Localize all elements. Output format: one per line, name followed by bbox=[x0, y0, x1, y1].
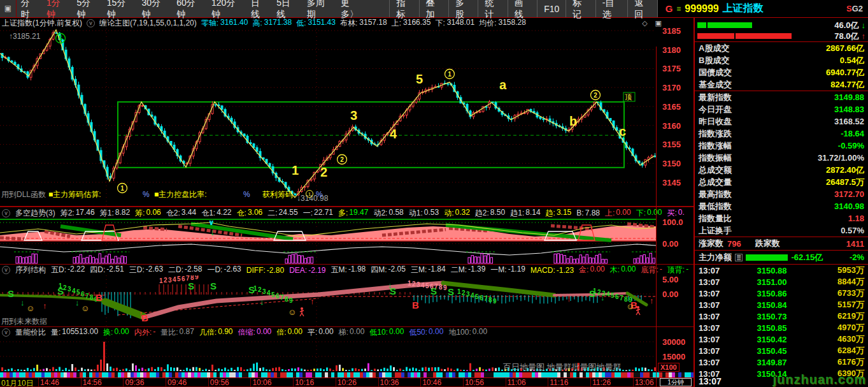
toolbar-item[interactable]: 标记 bbox=[566, 0, 595, 17]
row-label: 最低指数 bbox=[699, 201, 732, 212]
panel3-chart[interactable]: 1234567891234567891234567891234567891234… bbox=[0, 275, 656, 326]
panel-field: 动2:0.58 bbox=[373, 208, 403, 219]
watermark: junzhuan.com bbox=[773, 372, 866, 387]
time-axis-label: 11:16 bbox=[548, 378, 590, 386]
panel-field: 三D:-2.63 bbox=[129, 265, 163, 275]
period-tab[interactable]: 更多〉 bbox=[336, 0, 370, 20]
tick-volume: 5953万 bbox=[808, 265, 864, 276]
period-box[interactable]: 1分钟 bbox=[660, 378, 692, 386]
toolbar-item[interactable]: F10 bbox=[537, 0, 566, 17]
net-label: 主力净额 bbox=[699, 252, 732, 263]
field-value: 3.44 bbox=[181, 208, 196, 219]
svg-text:2: 2 bbox=[258, 286, 262, 293]
tick-volume: 6176万 bbox=[808, 356, 864, 368]
field-value: -1.84 bbox=[428, 265, 445, 275]
toolbar-item[interactable]: 返回 bbox=[627, 0, 657, 17]
tick-time: 13:07 bbox=[699, 323, 736, 333]
svg-text:S: S bbox=[589, 288, 595, 299]
panel4-chart[interactable]: 百日地量图 地量群批量图地量群 bbox=[0, 338, 656, 372]
period-tab[interactable]: 120分钟 bbox=[207, 0, 246, 20]
tick-price: 3149.87 bbox=[736, 358, 808, 367]
index-stat-row: 今日开盘3148.83 bbox=[695, 103, 868, 115]
indicator-field: 布林:3157.18 bbox=[340, 18, 387, 29]
gauge-arrow: ↑ bbox=[862, 31, 866, 41]
collapse-icon[interactable]: v bbox=[2, 209, 10, 217]
panel-field: 仓1:4.22 bbox=[201, 208, 231, 219]
svg-text:S: S bbox=[57, 286, 64, 296]
svg-text:3: 3 bbox=[68, 286, 71, 293]
field-label: 地100: bbox=[448, 327, 471, 338]
svg-text:☺: ☺ bbox=[81, 303, 89, 313]
tick-price: 3150.86 bbox=[736, 289, 808, 298]
row-label: 最新指数 bbox=[699, 92, 732, 103]
field-value: - bbox=[686, 265, 688, 275]
period-tab[interactable]: 分时 bbox=[17, 0, 42, 20]
period-tab[interactable]: 5日线 bbox=[272, 0, 302, 20]
period-tab[interactable]: 多周期 bbox=[302, 0, 336, 20]
panel-field: 仓2:3.44 bbox=[166, 208, 196, 219]
period-tab[interactable]: 5分钟 bbox=[72, 0, 102, 20]
field-value: 3158.28 bbox=[499, 18, 526, 29]
field-value: 8.82 bbox=[115, 208, 130, 219]
time-axis-label: 14:56 bbox=[81, 378, 124, 386]
axis-label: 3155 bbox=[662, 140, 681, 149]
collapse-icon[interactable]: v bbox=[2, 266, 10, 274]
toolbar-item[interactable]: 多股 bbox=[448, 0, 478, 17]
panel2-chart[interactable]: ∨↓ bbox=[0, 219, 656, 264]
panel-field: 筹:0.06 bbox=[135, 208, 161, 219]
svg-text:1: 1 bbox=[408, 280, 411, 287]
field-value: 0.00 bbox=[350, 327, 364, 338]
field-label: 平: bbox=[308, 327, 317, 338]
panel-field: 一D:-2.63 bbox=[207, 265, 241, 275]
tick-row: 13:073150.885953万 bbox=[695, 265, 868, 276]
svg-text:5: 5 bbox=[416, 72, 423, 86]
main-chart[interactable]: 5121212345abc顶↑3185.21↓3140.98用到DLL函数■主力… bbox=[0, 29, 656, 206]
diamond-icon[interactable]: ◇ bbox=[642, 19, 647, 27]
collapse-icon[interactable]: v bbox=[87, 19, 95, 27]
field-value: 0.00 bbox=[429, 327, 443, 338]
period-tab[interactable]: 日线 bbox=[246, 0, 272, 20]
period-tab[interactable]: 15分钟 bbox=[103, 0, 138, 20]
svg-text:%: % bbox=[143, 190, 150, 199]
panel-title: 多空趋势(3) bbox=[15, 208, 55, 219]
toolbar-item[interactable]: 叠加 bbox=[419, 0, 448, 17]
svg-text:5: 5 bbox=[271, 291, 275, 298]
gauge-value: 46.0亿 bbox=[834, 20, 858, 31]
collapse-icon[interactable]: v bbox=[2, 328, 10, 337]
period-tab[interactable]: 30分钟 bbox=[138, 0, 173, 20]
index-stat-row: 昨日收盘3168.52 bbox=[695, 115, 868, 128]
field-value: 4.22 bbox=[217, 208, 231, 219]
toolbar-item[interactable]: 统计 bbox=[478, 0, 507, 17]
axis-divider bbox=[656, 47, 657, 387]
field-label: 仓: bbox=[237, 208, 246, 219]
toolbar-item[interactable]: -自选 bbox=[595, 0, 628, 17]
tick-volume: 4970万 bbox=[808, 322, 864, 333]
panel-field: 五D:-2.22 bbox=[51, 265, 85, 275]
svg-text:8: 8 bbox=[285, 296, 288, 303]
period-tab[interactable]: 60分钟 bbox=[172, 0, 207, 20]
gauge-bar bbox=[697, 22, 706, 28]
trading-terminal: ▣ 分时1分钟5分钟15分钟30分钟60分钟120分钟日线5日线多周期更多〉 指… bbox=[0, 0, 868, 387]
period-tab[interactable]: 1分钟 bbox=[42, 0, 72, 20]
field-value: -1.23 bbox=[557, 266, 574, 275]
up-count: 796 bbox=[727, 239, 741, 249]
toolbar-item[interactable]: 指标 bbox=[389, 0, 418, 17]
panel3-header: v序列结构五D:-2.22四D:-2.51三D:-2.63二D:-2.58一D:… bbox=[0, 265, 694, 275]
field-value: 17.46 bbox=[76, 208, 95, 219]
sidebar: 13:07 junzhuan.com 46.0亿↓78.0亿↑A股成交2867.… bbox=[694, 18, 868, 387]
toolbar-item[interactable]: 画线 bbox=[508, 0, 537, 17]
panel-layout-icon[interactable]: ▣ bbox=[655, 19, 662, 27]
indicator-name: 缠论主图(7,19,1,55,0,1,1,20) bbox=[99, 18, 197, 29]
window-toggle-icon[interactable]: ▣ bbox=[0, 0, 17, 17]
svg-text:S: S bbox=[448, 286, 454, 297]
field-label: 五M: bbox=[331, 265, 347, 275]
svg-text:5: 5 bbox=[59, 35, 62, 42]
tick-volume: 5157万 bbox=[808, 299, 864, 310]
main-price-axis: 318531803175317031653160315531503145 bbox=[656, 29, 694, 206]
time-axis-label: 09:36 bbox=[123, 378, 166, 386]
list-icon[interactable]: ≣ bbox=[735, 254, 743, 261]
current-time: 13:07 bbox=[699, 376, 722, 386]
field-label: 筹1: bbox=[100, 208, 114, 219]
gauge-bar bbox=[736, 33, 792, 39]
svg-text:4: 4 bbox=[267, 289, 271, 296]
